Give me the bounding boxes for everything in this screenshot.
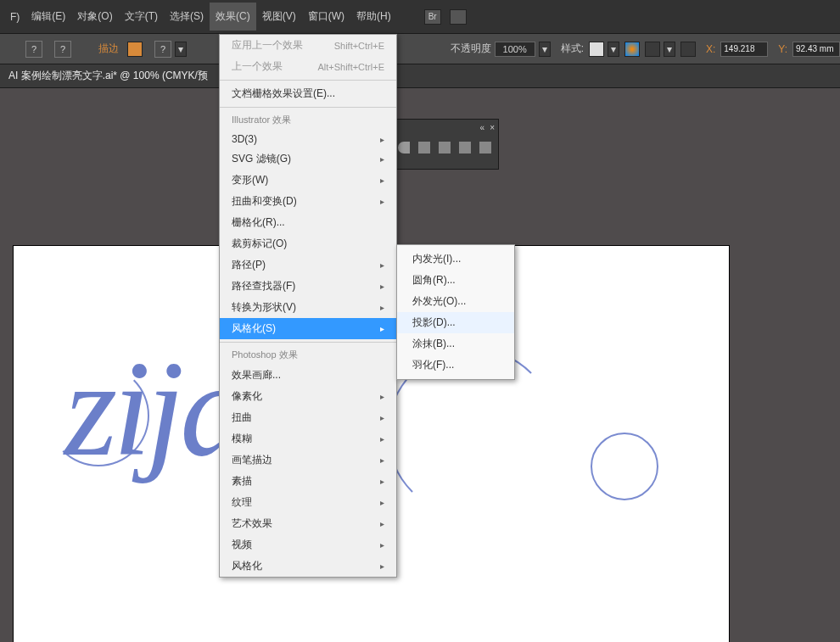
menu-item-label: 风格化(S) [232,321,276,336]
style-label: 样式: [561,42,584,56]
menu-bar: F) 编辑(E) 对象(O) 文字(T) 选择(S) 效果(C) 视图(V) 窗… [0,0,840,34]
menu-item-label: 风格化 [232,559,262,573]
submenu-item-outer-glow[interactable]: 外发光(O)... [397,291,514,312]
chevron-right-icon: ▸ [380,519,384,528]
y-label: Y: [778,43,787,55]
menu-item-label: 纹理 [232,495,252,510]
menu-item-label: 应用上一个效果 [232,38,303,53]
help-icon[interactable]: ? [25,41,42,58]
style-swatch[interactable] [589,42,604,57]
menu-item-label: 扭曲和变换(D) [232,194,297,209]
menu-object[interactable]: 对象(O) [71,3,118,31]
shape-icon[interactable] [459,142,471,154]
menu-view[interactable]: 视图(V) [256,3,302,31]
menu-item-convert-shape[interactable]: 转换为形状(V)▸ [220,297,396,318]
stroke-color-swatch[interactable] [127,42,143,57]
document-title: AI 案例绘制漂亮文字.ai* @ 100% (CMYK/预 [8,69,208,83]
submenu-item-drop-shadow[interactable]: 投影(D)... [397,312,514,333]
help-icon-3[interactable]: ? [154,41,171,58]
menu-item-path[interactable]: 路径(P)▸ [220,254,396,276]
menu-item-label: 像素化 [232,389,262,404]
menu-item-video[interactable]: 视频▸ [220,534,396,555]
submenu-item-scribble[interactable]: 涂抹(B)... [397,333,514,354]
swirl-decoration [591,433,658,500]
menu-item-label: 裁剪标记(O) [232,237,287,251]
menu-item-label: 素描 [232,474,252,488]
menu-item-svg[interactable]: SVG 滤镜(G)▸ [220,148,396,170]
chevron-right-icon: ▸ [380,176,384,185]
menu-item-sketch[interactable]: 素描▸ [220,471,396,492]
menu-separator [220,107,396,108]
menu-item-label: 效果画廊... [232,368,281,382]
collapse-icon[interactable]: « [480,123,485,132]
align-icon[interactable] [645,42,660,57]
effect-menu-dropdown: 应用上一个效果 Shift+Ctrl+E 上一个效果 Alt+Shift+Ctr… [219,34,397,578]
menu-item-stylize-ps[interactable]: 风格化▸ [220,555,396,577]
chevron-right-icon: ▸ [380,324,384,333]
x-label: X: [706,43,715,55]
stroke-label: 描边 [98,42,119,56]
menu-item-artistic[interactable]: 艺术效果▸ [220,513,396,534]
menu-item-distort[interactable]: 扭曲和变换(D)▸ [220,191,396,212]
menu-type[interactable]: 文字(T) [119,3,164,31]
menu-item-distort-ps[interactable]: 扭曲▸ [220,407,396,428]
menu-separator [220,80,396,81]
menu-section-ps: Photoshop 效果 [220,345,396,365]
document-tab[interactable]: AI 案例绘制漂亮文字.ai* @ 100% (CMYK/预 [0,64,840,88]
menu-select[interactable]: 选择(S) [164,3,210,31]
menu-item-brush[interactable]: 画笔描边▸ [220,449,396,471]
shape-icon[interactable] [439,142,451,154]
menu-item-raster[interactable]: 栅格化(R)... [220,212,396,233]
menu-item-blur[interactable]: 模糊▸ [220,428,396,449]
menu-item-warp[interactable]: 变形(W)▸ [220,170,396,191]
submenu-item-round-corners[interactable]: 圆角(R)... [397,270,514,291]
menu-item-pixelate[interactable]: 像素化▸ [220,386,396,407]
shape-icon[interactable] [398,142,410,154]
dropdown-arrow-icon[interactable]: ▾ [539,42,551,57]
menu-item-3d[interactable]: 3D(3)▸ [220,130,396,148]
opacity-input[interactable] [495,42,535,57]
y-input[interactable] [792,42,840,57]
chevron-right-icon: ▸ [380,303,384,312]
submenu-item-feather[interactable]: 羽化(F)... [397,354,514,376]
chevron-right-icon: ▸ [380,413,384,422]
shortcut-label: Alt+Shift+Ctrl+E [317,62,384,72]
menu-section-ai: Illustrator 效果 [220,110,396,130]
menu-file[interactable]: F) [4,4,25,30]
menu-item-crop[interactable]: 裁剪标记(O) [220,233,396,254]
dropdown-arrow-icon[interactable]: ▾ [608,42,619,57]
menu-edit[interactable]: 编辑(E) [25,3,71,31]
menu-help[interactable]: 帮助(H) [350,3,397,31]
close-icon[interactable]: × [490,123,495,132]
shape-icon[interactable] [418,142,430,154]
shape-icon[interactable] [479,142,491,154]
menu-item-last-effect[interactable]: 上一个效果 Alt+Shift+Ctrl+E [220,56,396,77]
arrange-icon[interactable] [450,9,467,25]
recolor-icon[interactable] [624,42,640,57]
bridge-icon[interactable]: Br [424,9,441,25]
submenu-item-inner-glow[interactable]: 内发光(I)... [397,248,514,270]
dropdown-arrow-icon[interactable]: ▾ [175,42,187,57]
menu-item-apply-last[interactable]: 应用上一个效果 Shift+Ctrl+E [220,35,396,56]
floating-panel[interactable]: « × [390,119,499,170]
menu-item-label: SVG 滤镜(G) [232,152,291,166]
chevron-right-icon: ▸ [380,455,384,465]
menu-item-gallery[interactable]: 效果画廊... [220,365,396,386]
menu-item-texture[interactable]: 纹理▸ [220,492,396,513]
chevron-right-icon: ▸ [380,540,384,550]
dropdown-arrow-icon[interactable]: ▾ [664,42,675,57]
menu-item-label: 栅格化(R)... [232,215,285,230]
chevron-right-icon: ▸ [380,392,384,401]
x-input[interactable] [720,42,768,57]
menu-item-label: 扭曲 [232,410,252,425]
menu-item-stylize[interactable]: 风格化(S)▸ [220,318,396,339]
menu-item-doc-raster[interactable]: 文档栅格效果设置(E)... [220,83,396,104]
menu-item-label: 视频 [232,538,252,552]
menu-item-pathfinder[interactable]: 路径查找器(F)▸ [220,276,396,297]
menu-window[interactable]: 窗口(W) [302,3,350,31]
control-bar: ? ? 描边 ? ▾ 不透明度 ▾ 样式: ▾ ▾ X: Y: [0,34,840,64]
transform-icon[interactable] [680,42,696,57]
menu-effect[interactable]: 效果(C) [210,3,256,31]
help-icon-2[interactable]: ? [54,41,71,58]
menu-item-label: 变形(W) [232,173,268,187]
